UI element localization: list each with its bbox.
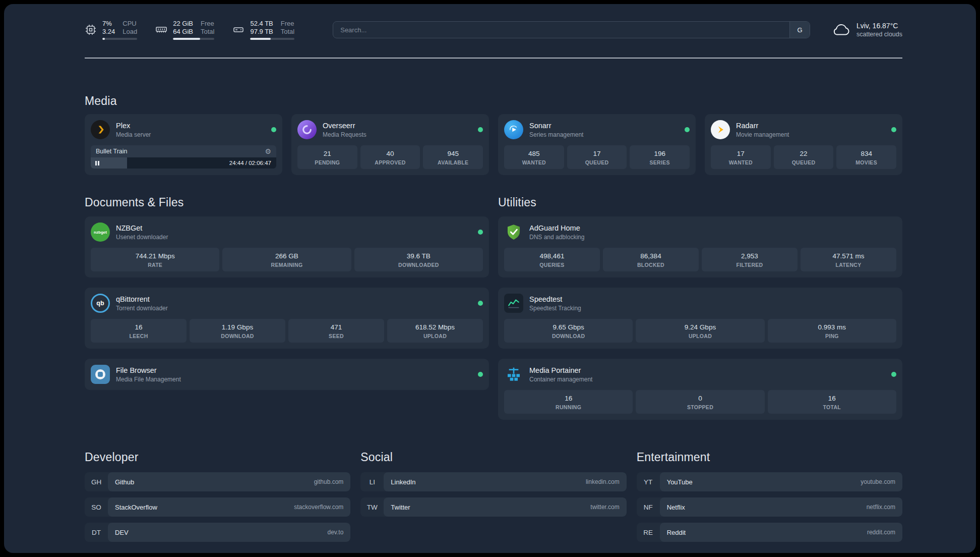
stat-tile: 196SERIES bbox=[630, 145, 690, 169]
bookmark-name: Github bbox=[115, 478, 134, 486]
app-card-overseerr: Overseerr Media Requests 21PENDING 40APP… bbox=[291, 114, 489, 175]
app-card-speedtest: Speedtest Speedtest Tracking 9.65 GbpsDO… bbox=[498, 288, 902, 349]
section-title-media: Media bbox=[85, 94, 902, 108]
sonarr-icon bbox=[504, 120, 523, 139]
bookmark-name: StackOverflow bbox=[115, 504, 157, 511]
stat-tile: 485WANTED bbox=[504, 145, 564, 169]
app-link-sonarr[interactable]: Sonarr Series management bbox=[504, 120, 690, 139]
app-card-plex: Plex Media server Bullet Train ⚙ 24:44 /… bbox=[85, 114, 282, 175]
app-description: Media server bbox=[116, 131, 151, 138]
stat-tile: 17QUEUED bbox=[567, 145, 627, 169]
app-link-filebrowser[interactable]: File Browser Media File Management bbox=[91, 365, 483, 384]
memory-total-label: Total bbox=[201, 28, 214, 36]
bookmark-stackoverflow[interactable]: SO StackOverflowstackoverflow.com bbox=[85, 497, 350, 517]
search-provider-button[interactable]: G bbox=[789, 22, 810, 38]
bookmark-url: stackoverflow.com bbox=[294, 504, 343, 511]
speedtest-icon bbox=[504, 294, 523, 313]
bookmark-name: Twitter bbox=[391, 504, 410, 511]
gear-icon[interactable]: ⚙ bbox=[265, 148, 271, 155]
stat-tile: 2,953FILTERED bbox=[702, 248, 798, 271]
app-description: Speedtest Tracking bbox=[529, 305, 581, 312]
app-link-nzbget[interactable]: nzbget NZBGet Usenet downloader bbox=[91, 222, 483, 242]
bookmark-linkedin[interactable]: LI LinkedInlinkedin.com bbox=[360, 472, 626, 491]
bookmark-url: reddit.com bbox=[867, 529, 895, 536]
section-title-documents: Documents & Files bbox=[85, 195, 489, 209]
app-name: Overseerr bbox=[323, 121, 366, 130]
search-input[interactable] bbox=[333, 22, 789, 38]
memory-widget: 22 GiB 64 GiB Free Total bbox=[155, 20, 214, 40]
disk-icon bbox=[232, 24, 244, 36]
bookmark-dev[interactable]: DT DEVdev.to bbox=[85, 523, 350, 542]
app-link-overseerr[interactable]: Overseerr Media Requests bbox=[297, 120, 483, 139]
stat-tile: 21PENDING bbox=[297, 145, 357, 169]
media-card-grid: Plex Media server Bullet Train ⚙ 24:44 /… bbox=[85, 114, 902, 175]
app-link-speedtest[interactable]: Speedtest Speedtest Tracking bbox=[504, 294, 896, 313]
disk-progress-bar bbox=[250, 38, 294, 40]
bookmark-github[interactable]: GH Githubgithub.com bbox=[85, 472, 350, 491]
app-link-portainer[interactable]: Media Portainer Container management bbox=[504, 365, 896, 384]
pause-icon[interactable] bbox=[95, 161, 99, 165]
bookmark-abbr: TW bbox=[360, 504, 384, 511]
documents-column: Documents & Files nzbget NZBGet Usenet d… bbox=[85, 195, 489, 430]
app-link-qbittorrent[interactable]: qb qBittorrent Torrent downloader bbox=[91, 294, 483, 313]
stat-tile: 22QUEUED bbox=[774, 145, 834, 169]
app-name: Media Portainer bbox=[529, 366, 592, 375]
bookmark-abbr: LI bbox=[360, 478, 384, 486]
stat-tile: 9.65 GbpsDOWNLOAD bbox=[504, 319, 633, 343]
filebrowser-icon bbox=[91, 365, 110, 384]
section-title-entertainment: Entertainment bbox=[637, 450, 902, 464]
bookmark-reddit[interactable]: RE Redditreddit.com bbox=[637, 523, 902, 542]
bookmark-youtube[interactable]: YT YouTubeyoutube.com bbox=[637, 472, 902, 491]
cpu-label: CPU bbox=[122, 20, 137, 28]
overseerr-icon bbox=[297, 120, 317, 139]
cpu-icon bbox=[85, 24, 97, 36]
app-description: DNS and adblocking bbox=[529, 234, 584, 241]
app-description: Container management bbox=[529, 376, 592, 383]
app-name: File Browser bbox=[116, 366, 181, 375]
app-description: Usenet downloader bbox=[116, 234, 168, 241]
bookmark-netflix[interactable]: NF Netflixnetflix.com bbox=[637, 497, 902, 517]
playback-progress-bar[interactable]: 24:44 / 02:06:47 bbox=[91, 157, 276, 169]
bookmark-abbr: YT bbox=[637, 478, 660, 486]
app-name: Speedtest bbox=[529, 295, 581, 304]
app-link-radarr[interactable]: Radarr Movie management bbox=[711, 120, 896, 139]
app-link-adguard[interactable]: AdGuard Home DNS and adblocking bbox=[504, 222, 896, 242]
disk-free-value: 52.4 TB bbox=[250, 20, 273, 28]
stat-tile: 39.6 TBDOWNLOADED bbox=[354, 248, 483, 271]
bookmark-url: youtube.com bbox=[861, 478, 895, 485]
stat-tile: 86,384BLOCKED bbox=[603, 248, 699, 271]
status-dot bbox=[478, 301, 483, 306]
stat-tile: 945AVAILABLE bbox=[423, 145, 483, 169]
app-card-adguard: AdGuard Home DNS and adblocking 498,461Q… bbox=[498, 216, 902, 277]
app-link-plex[interactable]: Plex Media server bbox=[91, 120, 276, 139]
search-bar[interactable]: G bbox=[333, 21, 810, 38]
playback-time: 24:44 / 02:06:47 bbox=[229, 160, 271, 166]
stat-tile: 9.24 GbpsUPLOAD bbox=[636, 319, 764, 343]
status-dot bbox=[271, 127, 276, 132]
stat-tile: 0.993 msPING bbox=[768, 319, 896, 343]
stat-tile: 16LEECH bbox=[91, 319, 187, 343]
top-bar: 7% 3.24 CPU Load bbox=[85, 18, 902, 41]
status-dot bbox=[891, 372, 896, 377]
dashboard-panel: 7% 3.24 CPU Load bbox=[4, 4, 976, 553]
app-card-filebrowser: File Browser Media File Management bbox=[85, 359, 489, 390]
memory-progress-bar bbox=[173, 38, 214, 40]
cpu-load-value: 3.24 bbox=[102, 28, 115, 36]
stat-tile: 744.21 MbpsRATE bbox=[91, 248, 219, 271]
stat-tile: 47.571 msLATENCY bbox=[801, 248, 896, 271]
app-name: Plex bbox=[116, 121, 151, 130]
disk-widget: 52.4 TB 97.9 TB Free Total bbox=[232, 20, 294, 40]
plex-icon bbox=[91, 120, 110, 139]
nzbget-icon: nzbget bbox=[91, 222, 110, 242]
cpu-progress-bar bbox=[102, 38, 137, 40]
bookmark-url: github.com bbox=[314, 478, 344, 485]
app-card-sonarr: Sonarr Series management 485WANTED 17QUE… bbox=[498, 114, 696, 175]
bookmark-twitter[interactable]: TW Twittertwitter.com bbox=[360, 497, 626, 517]
bookmark-url: netflix.com bbox=[867, 504, 895, 511]
stat-tile: 1.19 GbpsDOWNLOAD bbox=[190, 319, 285, 343]
app-description: Media File Management bbox=[116, 376, 181, 383]
status-dot bbox=[891, 127, 896, 132]
app-name: NZBGet bbox=[116, 224, 168, 233]
section-title-social: Social bbox=[360, 450, 626, 464]
disk-free-label: Free bbox=[281, 20, 294, 28]
